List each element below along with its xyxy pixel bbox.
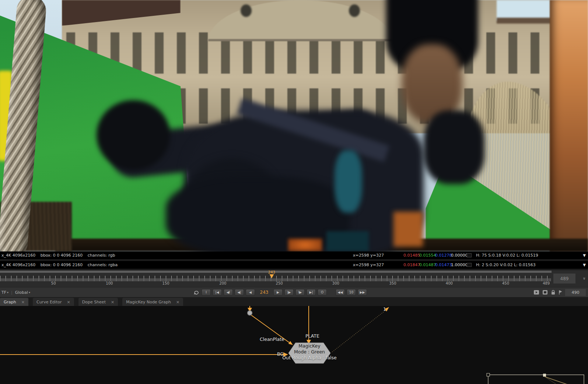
jump-forward-button[interactable]: ▶▶ (358, 289, 367, 296)
caret-down-icon: ▾ (7, 291, 8, 294)
foreground-teal-object (326, 231, 369, 251)
tf-dropdown[interactable]: TF ▾ (1, 290, 8, 295)
dome-window (349, 4, 360, 17)
next-keyframe-button[interactable]: I▶ (295, 289, 305, 296)
tab-dope-sheet[interactable]: Dope Sheet× (78, 298, 118, 306)
compositing-app-window: x_4K 4096x2160 bbox: 0 0 4096 2160 chann… (0, 0, 588, 384)
marker-flag-icon[interactable] (559, 290, 562, 295)
ruler-label-150: 150 (162, 281, 169, 285)
ruler-label-250: 250 (276, 281, 283, 285)
node-title: MagicKey (273, 343, 346, 349)
timeline-scrollbar[interactable] (0, 271, 552, 273)
playhead-frame-label: 243 (268, 270, 275, 274)
actor-glove (97, 100, 170, 170)
jump-buttons: ◀◀10▶▶ (336, 289, 367, 296)
cleanplate-input-label: CleanPlate (260, 337, 284, 342)
playhead[interactable]: 243 (268, 270, 275, 278)
tab-graph[interactable]: Graph× (0, 298, 28, 306)
prev-keyframe-button[interactable]: ◀I (224, 289, 233, 296)
frame-range-dropdown[interactable]: Global ▾ (15, 290, 30, 295)
pixel-blue-value: 0.01473 (435, 261, 452, 269)
pixel-hsvl-value: H: 2 S:0.20 V:0.02 L: 0.01563 (476, 261, 536, 269)
tab-close-icon[interactable]: × (176, 300, 179, 304)
viewer-canvas[interactable] (0, 0, 588, 251)
navigator-edge-preview (545, 377, 570, 384)
infobar-dropdown-icon[interactable]: ▼ (583, 261, 586, 269)
playhead-marker-icon[interactable] (269, 274, 274, 278)
pixel-alpha-value: 1.00000 (451, 261, 468, 269)
ruler-label-300: 300 (332, 281, 339, 285)
ruler-label-100: 100 (106, 281, 113, 285)
bbox-info: bbox: 0 0 4096 2160 (41, 253, 83, 258)
node-mode-label: Mode : Green (273, 349, 346, 355)
tab-magickey-node-graph[interactable]: MagicKey Node Graph× (122, 298, 183, 306)
navigator-handle[interactable] (487, 373, 490, 376)
viewer-info-bar-b: x_4K 4096x2160 bbox: 0 0 4096 2160 chann… (0, 261, 588, 269)
channels-info: channels: rgba (88, 263, 118, 267)
caret-down-icon: ▾ (29, 291, 30, 294)
backward-buttons: I|◀◀I◀|◀ (202, 289, 255, 296)
infobar-dropdown-icon[interactable]: ▼ (583, 251, 586, 259)
ruler-label-450: 450 (502, 281, 509, 285)
cursor-coordinates: x=2598 y=327 (353, 251, 384, 259)
ruler-label-489: 489 (543, 281, 550, 285)
pane-tab-bar: Graph×Curve Editor×Dope Sheet×MagicKey N… (0, 297, 588, 306)
last-frame-button[interactable]: ▶| (307, 289, 316, 296)
play-forward-button[interactable]: ▶ (273, 289, 283, 296)
loop-playback-icon[interactable] (193, 290, 200, 295)
mark-in-button[interactable]: I (202, 289, 211, 296)
tab-close-icon[interactable]: × (67, 300, 70, 304)
graph-navigator[interactable] (488, 375, 584, 384)
actor-legs (166, 177, 350, 251)
next-frame-button[interactable]: |▶ (284, 289, 294, 296)
pixel-color-swatch (467, 253, 472, 257)
timeline-expand-icon[interactable]: » (582, 277, 588, 279)
prev-frame-button[interactable]: ◀| (235, 289, 244, 296)
pixel-green-value: 0.01487 (419, 261, 436, 269)
navigator-handle[interactable] (543, 374, 546, 377)
current-frame-field[interactable]: 243 (257, 290, 272, 295)
dot-node[interactable] (248, 311, 252, 316)
foreground-orange-object (288, 239, 322, 251)
tab-close-icon[interactable]: × (111, 300, 114, 304)
transport-bar: TF ▾ | Global ▾ I|◀◀I◀|◀ 243 ▶|▶I▶▶|O ◀◀… (0, 287, 588, 297)
jump-amount-field[interactable]: 10 (347, 289, 356, 296)
tab-label: Graph (4, 300, 16, 304)
playback-in-viewer-icon[interactable] (533, 290, 539, 295)
dome-window (241, 4, 252, 17)
first-frame-button[interactable]: |◀ (213, 289, 222, 296)
image-format-info: x_4K 4096x2160 bbox: 0 0 4096 2160 chann… (1, 251, 119, 259)
plate-input-label: PLATE (305, 333, 319, 339)
fps-field[interactable]: 490 (565, 289, 586, 296)
bbox-info: bbox: 0 0 4096 2160 (41, 263, 83, 267)
jump-back-button[interactable]: ◀◀ (336, 289, 345, 296)
pixel-red-value: 0.01847 (403, 261, 420, 269)
pixel-alpha-value: 0.00000 (451, 251, 468, 259)
timeline-ruler[interactable]: 50100150200250300350400450489 243 489 » (0, 270, 588, 287)
viewer-info-bar-a: x_4K 4096x2160 bbox: 0 0 4096 2160 chann… (0, 251, 588, 259)
playback-controls: I|◀◀I◀|◀ 243 ▶|▶I▶▶|O ◀◀10▶▶ (193, 288, 367, 297)
play-backward-button[interactable]: ◀ (246, 289, 255, 296)
pixel-hsvl-value: H: 75 S:0.18 V:0.02 L: 0.01519 (476, 251, 538, 259)
transport-right-tools: 490 (533, 288, 586, 297)
viewer-options: TF ▾ | Global ▾ (1, 288, 30, 297)
divider: | (11, 290, 13, 295)
frame-range-label: Global (15, 290, 28, 295)
cursor-coordinates: x=2598 y=327 (353, 261, 384, 269)
pixel-green-value: 0.01554 (419, 251, 436, 259)
tab-label: Curve Editor (36, 300, 62, 304)
actor-gear-orange (393, 212, 423, 247)
tf-label: TF (1, 290, 6, 295)
lock-icon[interactable] (551, 290, 556, 295)
frame-ticks[interactable] (0, 274, 552, 281)
tab-label: MagicKey Node Graph (126, 300, 171, 304)
node-graph-canvas[interactable]: CleanPlate PLATE BG 1 MagicKey Mode : Gr… (0, 306, 588, 384)
node-out-label: Out Rough Alpha : false (273, 355, 346, 361)
timeline-end-frame-box[interactable]: 489 (553, 274, 575, 283)
pixel-blue-value: 0.01278 (435, 251, 452, 259)
tab-curve-editor[interactable]: Curve Editor× (33, 298, 74, 306)
tab-close-icon[interactable]: × (21, 300, 25, 304)
render-region-icon[interactable] (542, 290, 548, 295)
loop-range-button[interactable]: O (318, 289, 327, 296)
tab-label: Dope Sheet (82, 300, 106, 304)
